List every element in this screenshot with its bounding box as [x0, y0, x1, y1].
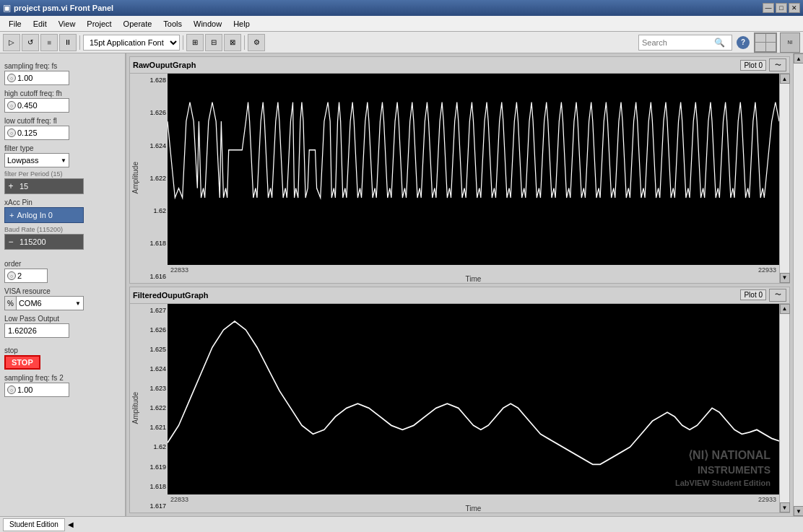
raw-graph-plot-label: Plot 0	[740, 60, 766, 71]
status-bar: Student Edition ◀	[0, 516, 803, 532]
toolbar-sep-3	[244, 35, 245, 50]
raw-y-axis-wrapper: Amplitude 1.628 1.626 1.624 1.622 1.62 1…	[130, 74, 168, 283]
run-continuously-button[interactable]: ↺	[22, 34, 39, 51]
distribute-button[interactable]: ⊟	[205, 34, 222, 51]
filtered-scroll-down[interactable]: ▼	[780, 502, 790, 513]
filtered-y-tick-5: 1.622	[142, 404, 166, 411]
filtered-graph-body: Amplitude 1.627 1.626 1.625 1.624 1.623 …	[130, 304, 789, 513]
reorder-button[interactable]: ⊠	[224, 34, 241, 51]
title-bar-text: project psm.vi Front Panel	[14, 4, 763, 12]
raw-y-axis-label: Amplitude	[130, 74, 140, 283]
main-content: sampling freq: fs ○ 1.00 high cutoff fre…	[0, 53, 803, 516]
filtered-scroll-up[interactable]: ▲	[780, 304, 790, 314]
low-cutoff-label: low cutoff freq: fl	[4, 117, 121, 125]
filtered-graph-canvas[interactable]: ⟨NI⟩ NATIONAL INSTRUMENTS LabVIEW Studen…	[168, 304, 779, 495]
low-cutoff-input[interactable]: ○ 0.125	[4, 126, 69, 140]
sampling-freq-input[interactable]: ○ 1.00	[4, 71, 69, 85]
raw-graph-main-area: 22833 22933 Time	[168, 74, 779, 283]
minimize-button[interactable]: —	[763, 3, 774, 13]
scroll-right-arrow[interactable]: ◀	[68, 520, 74, 528]
menu-file[interactable]: File	[3, 18, 27, 30]
pause-button[interactable]: ⏸	[59, 34, 77, 51]
menu-view[interactable]: View	[53, 18, 82, 30]
main-scroll-down[interactable]: ▼	[794, 506, 803, 516]
high-cutoff-label: high cutoff freq: fh	[4, 90, 121, 97]
filtered-x-min: 22833	[170, 496, 188, 503]
raw-y-tick-0: 1.628	[142, 77, 166, 84]
student-edition-tab[interactable]: Student Edition	[3, 518, 65, 531]
left-panel: sampling freq: fs ○ 1.00 high cutoff fre…	[0, 53, 126, 516]
dropdown-arrow-icon: ▼	[61, 157, 66, 164]
filtered-y-tick-2: 1.625	[142, 346, 166, 353]
baud-decrement[interactable]: −	[5, 235, 17, 249]
baud-rate-control[interactable]: − 115200	[4, 234, 84, 250]
filtered-graph-container: FilteredOuputGraph Plot 0 〜 Amplitude 1.…	[129, 287, 790, 514]
font-selector[interactable]: 15pt Application Font	[83, 35, 180, 51]
menu-operate[interactable]: Operate	[118, 18, 158, 30]
raw-x-axis: 22833 22933	[168, 265, 779, 275]
menu-project[interactable]: Project	[81, 18, 117, 30]
run-button[interactable]: ▷	[3, 34, 20, 51]
align-button[interactable]: ⊞	[186, 34, 204, 51]
filtered-y-axis-wrapper: Amplitude 1.627 1.626 1.625 1.624 1.623 …	[130, 304, 168, 513]
maximize-button[interactable]: □	[776, 3, 787, 13]
toolbar: ▷ ↺ ■ ⏸ 15pt Application Font ⊞ ⊟ ⊠ ⚙ 🔍 …	[0, 32, 803, 53]
zoom-button[interactable]: ⚙	[248, 34, 265, 51]
ni-watermark: ⟨NI⟩ NATIONAL INSTRUMENTS LabVIEW Studen…	[675, 448, 771, 489]
close-button[interactable]: ✕	[789, 3, 800, 13]
raw-scroll-down[interactable]: ▼	[780, 273, 790, 283]
filtered-y-tick-7: 1.62	[142, 443, 166, 450]
filtered-scroll-bar: ▲ ▼	[779, 304, 789, 513]
baud-rate-value: 115200	[17, 235, 83, 249]
main-scrollbar: ▲ ▼	[793, 53, 803, 516]
sampling-freq2-icon: ○	[7, 385, 16, 394]
visa-dropdown-icon: ▼	[73, 300, 83, 307]
filter-type-value: Lowpass	[7, 156, 38, 165]
high-cutoff-icon: ○	[7, 101, 16, 110]
visa-value: COM6	[17, 299, 73, 308]
raw-y-ticks: 1.628 1.626 1.624 1.622 1.62 1.618 1.616	[140, 74, 168, 283]
xacc-pin-control[interactable]: + Anlog In 0	[4, 207, 84, 223]
low-cutoff-icon: ○	[7, 128, 16, 137]
raw-graph-body: Amplitude 1.628 1.626 1.624 1.622 1.62 1…	[130, 74, 789, 283]
pin-icon: +	[9, 211, 14, 219]
abort-button[interactable]: ■	[40, 34, 58, 51]
title-bar: ▣ project psm.vi Front Panel — □ ✕	[0, 0, 803, 16]
filtered-x-axis: 22833 22933	[168, 494, 779, 505]
title-bar-buttons: — □ ✕	[763, 3, 800, 13]
order-label: order	[4, 260, 121, 268]
visa-resource-control[interactable]: % COM6 ▼	[4, 296, 84, 310]
raw-graph-canvas[interactable]	[168, 74, 779, 265]
menu-window[interactable]: Window	[188, 18, 227, 30]
visa-resource-label: VISA resource	[4, 287, 121, 295]
raw-scroll-up[interactable]: ▲	[780, 74, 790, 84]
filtered-graph-title: FilteredOuputGraph	[133, 291, 740, 300]
raw-y-tick-6: 1.616	[142, 273, 166, 280]
menu-help[interactable]: Help	[227, 18, 256, 30]
sampling-freq2-input[interactable]: ○ 1.00	[4, 383, 69, 397]
menu-tools[interactable]: Tools	[157, 18, 188, 30]
filter-type-dropdown[interactable]: Lowpass ▼	[4, 153, 69, 167]
filtered-graph-plot-btn[interactable]: 〜	[769, 289, 786, 302]
filtered-y-tick-8: 1.619	[142, 463, 166, 471]
menu-edit[interactable]: Edit	[27, 18, 53, 30]
raw-graph-plot-btn[interactable]: 〜	[769, 58, 786, 71]
filtered-x-label: Time	[168, 505, 779, 513]
search-input[interactable]	[642, 38, 714, 47]
filter-order-increment[interactable]: +	[5, 179, 17, 193]
raw-y-tick-2: 1.624	[142, 142, 166, 149]
stop-button[interactable]: STOP	[4, 355, 40, 370]
order-input[interactable]: ○ 2	[4, 269, 48, 283]
order-icon: ○	[7, 271, 16, 280]
toolbar-sep-1	[79, 35, 80, 50]
filter-order-control[interactable]: + 15	[4, 178, 84, 194]
help-button[interactable]: ?	[737, 36, 750, 49]
filtered-y-tick-6: 1.621	[142, 424, 166, 431]
filtered-y-tick-4: 1.623	[142, 385, 166, 392]
main-scroll-up[interactable]: ▲	[794, 53, 803, 64]
filtered-graph-main-area: ⟨NI⟩ NATIONAL INSTRUMENTS LabVIEW Studen…	[168, 304, 779, 513]
raw-y-tick-3: 1.622	[142, 175, 166, 182]
filtered-y-tick-0: 1.627	[142, 307, 166, 314]
filtered-graph-title-bar: FilteredOuputGraph Plot 0 〜	[130, 287, 789, 304]
high-cutoff-input[interactable]: ○ 0.450	[4, 98, 69, 113]
